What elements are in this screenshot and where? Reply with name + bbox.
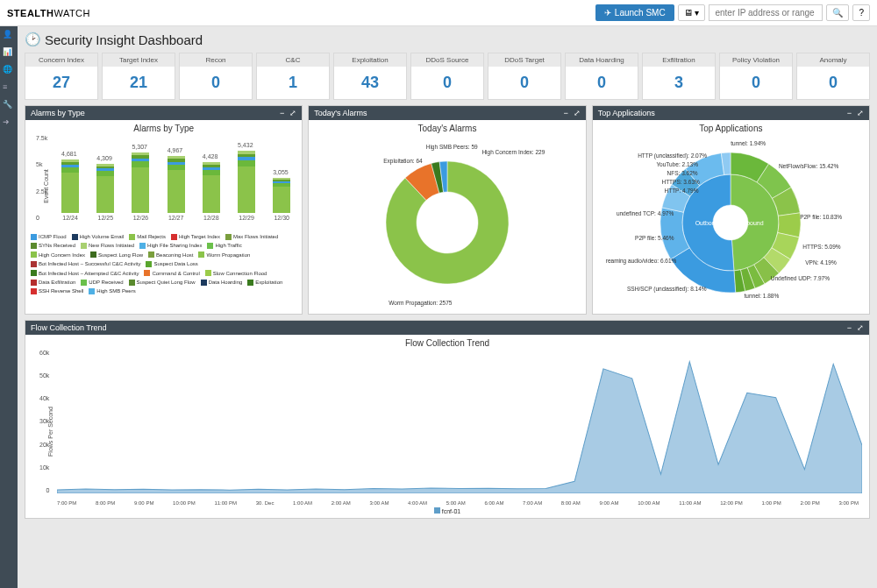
panel-title: Alarms by Type xyxy=(31,109,85,117)
help-icon: ? xyxy=(859,8,864,18)
stat-value: 21 xyxy=(103,67,175,99)
panel-top-applications: Top Applications − ⤢ Top Applications Ou… xyxy=(592,105,870,315)
list-icon[interactable]: ≡ xyxy=(3,82,15,95)
chart-title: Alarms by Type xyxy=(31,124,296,133)
donut-label: Undefined UDP: 7.97% xyxy=(771,275,830,281)
bar-column: 4,309 12/25 xyxy=(90,164,120,221)
dashboard-title-icon: 🕑 xyxy=(25,32,41,47)
stat-card[interactable]: DDoS Source0 xyxy=(410,53,484,100)
stat-card[interactable]: Exfiltration3 xyxy=(642,53,716,100)
stat-value: 27 xyxy=(25,67,97,99)
user-icon[interactable]: 👤 xyxy=(3,30,15,42)
panel-todays-alarms: Today's Alarms − ⤢ Today's Alarms Worm P… xyxy=(308,105,586,315)
svg-text:Outbound: Outbound xyxy=(695,220,723,226)
panel-title: Flow Collection Trend xyxy=(31,323,107,332)
minimize-icon[interactable]: − xyxy=(847,323,852,332)
stat-value: 0 xyxy=(566,67,638,99)
launch-smc-label: Launch SMC xyxy=(615,8,666,18)
expand-panel-icon[interactable]: ⤢ xyxy=(857,109,864,117)
legend-item: UDP Received xyxy=(81,279,123,286)
legend-item: Beaconing Host xyxy=(148,251,193,259)
donut-label: tunnel: 1.94% xyxy=(731,140,766,146)
stat-card[interactable]: Exploitation43 xyxy=(333,53,407,100)
legend-item: Command & Control xyxy=(144,270,199,277)
panel-alarms-by-type: Alarms by Type − ⤢ Alarms by Type Event … xyxy=(25,105,303,315)
network-icon[interactable]: 🌐 xyxy=(3,65,15,77)
expand-panel-icon[interactable]: ⤢ xyxy=(857,323,864,332)
legend-item: SSH Reverse Shell xyxy=(31,287,83,294)
legend-item: High SMB Peers xyxy=(89,287,135,294)
bar-column: 5,307 12/26 xyxy=(125,152,155,221)
legend-item: ICMP Flood xyxy=(31,233,67,240)
stat-card[interactable]: C&C1 xyxy=(256,53,330,100)
legend-item: Max Flows Initiated xyxy=(225,233,278,240)
legend-item: SYNs Received xyxy=(31,242,75,249)
legend-item: High Traffic xyxy=(207,242,241,249)
bar-column: 4,428 12/28 xyxy=(196,162,226,221)
legend-item: Bot Infected Host – Attempted C&C Activi… xyxy=(31,270,139,277)
stat-label: DDoS Target xyxy=(488,53,560,67)
panel-title: Top Applications xyxy=(598,109,655,117)
ip-search-input[interactable] xyxy=(709,4,823,21)
stat-label: Exploitation xyxy=(334,53,406,67)
donut-label: Worm Propagation: 2575 xyxy=(389,300,452,306)
legend-item: High Volume Email xyxy=(72,233,125,240)
donut-label: undefined TCP: 4.97% xyxy=(617,210,674,216)
expand-panel-icon[interactable]: ⤢ xyxy=(574,109,581,117)
help-button[interactable]: ? xyxy=(852,4,870,21)
bar-column: 4,967 12/27 xyxy=(161,156,191,221)
stat-card[interactable]: Target Index21 xyxy=(102,53,175,100)
donut-label: YouTube: 2.13% xyxy=(656,161,698,167)
search-button[interactable]: 🔍 xyxy=(826,4,849,21)
legend-item: Bot Infected Host – Successful C&C Activ… xyxy=(31,260,140,267)
stat-label: Anomaly xyxy=(797,53,869,67)
donut-label: NFS: 3.62% xyxy=(667,170,698,176)
legend-item: Worm Propagation xyxy=(198,251,250,259)
stat-value: 0 xyxy=(797,67,869,99)
stat-card[interactable]: Concern Index27 xyxy=(25,53,98,100)
stat-card[interactable]: Data Hoarding0 xyxy=(565,53,638,100)
stat-card[interactable]: Anomaly0 xyxy=(796,53,870,100)
legend-item: New Flows Initiated xyxy=(81,242,134,249)
monitor-dropdown[interactable]: 🖥 ▾ xyxy=(678,4,706,21)
legend-item: Mail Rejects xyxy=(129,233,166,240)
main-content: 🕑 Security Insight Dashboard Concern Ind… xyxy=(18,26,877,588)
expand-panel-icon[interactable]: ⤢ xyxy=(289,109,296,117)
donut-label: Exploitation: 64 xyxy=(383,158,422,164)
donut-label: P2P file: 10.83% xyxy=(800,214,842,220)
rocket-icon: ✈ xyxy=(604,8,611,18)
stat-label: C&C xyxy=(257,53,329,67)
bar-column: 3,055 12/30 xyxy=(267,178,296,221)
stat-card[interactable]: Recon0 xyxy=(179,53,253,100)
dashboard-icon[interactable]: 📊 xyxy=(3,47,15,60)
stat-card[interactable]: DDoS Target0 xyxy=(488,53,561,100)
alarms-legend: ICMP FloodHigh Volume EmailMail RejectsH… xyxy=(31,233,296,295)
stat-card[interactable]: Policy Violation0 xyxy=(719,53,793,100)
minimize-icon[interactable]: − xyxy=(563,109,567,117)
svg-text:Inbound: Inbound xyxy=(742,220,764,226)
donut-label: HTTP (unclassified): 2.07% xyxy=(638,152,707,159)
minimize-icon[interactable]: − xyxy=(280,109,284,117)
flow-trend-chart: Flows Per Second 60k50k40k30k20k10k0 7:0… xyxy=(32,350,862,507)
launch-smc-button[interactable]: ✈ Launch SMC xyxy=(595,4,674,21)
stat-label: Data Hoarding xyxy=(566,53,638,67)
legend-item: Data Exfiltration xyxy=(31,279,75,286)
alarms-bar-chart: Event Count 7.5k5k2.5k0 4,681 12/24 4,30… xyxy=(31,135,296,231)
stat-label: Concern Index xyxy=(25,53,97,67)
donut-label: High SMB Peers: 59 xyxy=(426,144,478,150)
stat-value: 0 xyxy=(488,67,560,99)
chart-title: Flow Collection Trend xyxy=(32,338,862,348)
tool-icon[interactable]: 🔧 xyxy=(3,100,15,112)
stat-label: Recon xyxy=(180,53,252,67)
minimize-icon[interactable]: − xyxy=(847,109,852,117)
legend-item: Suspect Quiet Long Flow xyxy=(129,279,196,286)
sidenav: 👤 📊 🌐 ≡ 🔧 ➜ xyxy=(0,26,18,588)
bar-column: 5,432 12/29 xyxy=(232,151,261,221)
legend-item: Suspect Data Loss xyxy=(146,260,197,267)
expand-icon[interactable]: ➜ xyxy=(3,117,15,130)
stat-value: 1 xyxy=(257,67,329,99)
monitor-icon: 🖥 xyxy=(684,8,693,18)
panel-title: Today's Alarms xyxy=(314,109,367,117)
chart-title: Today's Alarms xyxy=(314,124,580,133)
todays-alarms-donut: Worm Propagation: 2575High Concern Index… xyxy=(314,135,580,310)
